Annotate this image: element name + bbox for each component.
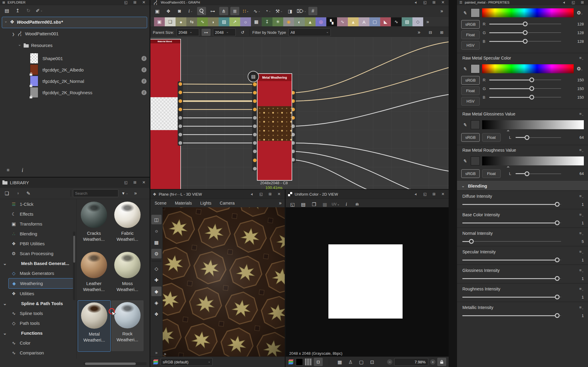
hsv-button[interactable]: HSV	[461, 97, 480, 106]
clean-button[interactable]: ✐	[35, 6, 44, 15]
float-panel-button[interactable]	[422, 0, 428, 5]
bitmap-node[interactable]: ▣	[154, 17, 165, 26]
new-package-button[interactable]: ◑	[13, 189, 22, 197]
maximize-panel-button[interactable]	[132, 0, 138, 5]
srgb-button[interactable]: sRGB	[461, 20, 480, 29]
wireframe-button[interactable]: ◇	[151, 264, 162, 273]
save-button[interactable]: ▤	[2, 6, 11, 15]
tfgcddyc_2K_Normal[interactable]: tfgcddyc_2K_Normal i	[30, 75, 147, 87]
fit-view-button[interactable]: ▣	[153, 7, 162, 15]
svg-node[interactable]: ❏	[165, 17, 176, 26]
toolbar-separator[interactable]	[151, 261, 162, 262]
screenshot-button[interactable]: ◙	[175, 7, 184, 15]
tfgcddyc_2K_Albedo[interactable]: tfgcddyc_2K_Albedo i	[30, 64, 147, 75]
export-button[interactable]: ↥	[13, 6, 22, 15]
pin-panel-button[interactable]	[249, 191, 255, 197]
green-slider[interactable]	[489, 30, 569, 35]
colorspace-layers-icon[interactable]	[153, 360, 159, 364]
shelf-item-leather[interactable]: Leather Weatheri...	[78, 250, 110, 301]
shelf-item-fabric[interactable]: Fabric Weatheri...	[111, 200, 144, 251]
hue-gradient-bar[interactable]	[482, 8, 574, 17]
float-button[interactable]: Float	[461, 31, 480, 39]
gray-swatch[interactable]	[471, 156, 480, 165]
snap-grid-button[interactable]: #	[308, 7, 317, 15]
intensity-slider[interactable]	[462, 220, 569, 226]
color-swatch[interactable]	[471, 64, 480, 73]
cracks-node[interactable]: ▨	[402, 17, 412, 26]
curve-node[interactable]: ∿	[197, 17, 208, 26]
float-panel-button[interactable]	[123, 180, 129, 185]
directional-blur-node[interactable]: ◗	[208, 17, 219, 26]
maximize-panel-button[interactable]	[267, 191, 273, 197]
actual-size-button[interactable]: ❖	[164, 7, 173, 15]
grayscale-gradient-bar[interactable]	[482, 156, 584, 165]
close-panel-button[interactable]	[141, 180, 147, 185]
float-panel-button[interactable]	[258, 191, 264, 197]
library-category[interactable]: ∿ Comparison	[0, 348, 76, 358]
background-color-swatch[interactable]	[296, 358, 303, 366]
gradient-node[interactable]: ↧	[262, 17, 272, 26]
levels-node[interactable]: ▚	[326, 17, 337, 26]
intensity-slider[interactable]	[462, 257, 569, 263]
float-button[interactable]: Float	[482, 169, 501, 178]
graph-canvas[interactable]: Material Blend	[150, 37, 449, 189]
histogram-node[interactable]: ▲	[305, 17, 316, 26]
geometry-button[interactable]: ◆	[151, 287, 162, 296]
srgb-button[interactable]: sRGB	[461, 76, 480, 85]
link-mode-button[interactable]: ⊶	[208, 7, 217, 15]
view3d-canvas[interactable]: »	[163, 207, 285, 357]
library-category[interactable]: ❖ Utilities	[0, 289, 76, 299]
zoom-out-button[interactable]: −	[387, 359, 392, 365]
resources-folder-row[interactable]: Resources	[18, 43, 53, 48]
shelf-item-metal[interactable]: Metal Weatheri...	[78, 300, 111, 352]
info-icon[interactable]: i	[141, 90, 147, 95]
height-node[interactable]: ▲	[348, 17, 359, 26]
parameter-menu-icon[interactable]: ≡	[579, 287, 584, 291]
filter-node-type-select[interactable]: All	[288, 28, 331, 36]
shelf-scrollbar[interactable]	[84, 362, 147, 365]
uv-display-button[interactable]: ◈	[151, 298, 162, 307]
float-button[interactable]: Float	[461, 86, 480, 95]
display-rgb-button[interactable]: ◘	[314, 358, 323, 366]
expose-button[interactable]: ⋔	[219, 7, 228, 15]
parameter-menu-icon[interactable]: ≡	[579, 231, 584, 236]
menu-item[interactable]: Lights	[196, 201, 216, 205]
selection-node[interactable]: ▢	[369, 17, 380, 26]
float-button[interactable]: Float	[482, 133, 501, 142]
refresh-button[interactable]: ↻	[24, 6, 33, 15]
sphere-node[interactable]: ◐	[294, 17, 305, 26]
menu-item[interactable]: Materials	[171, 201, 196, 205]
edit-button[interactable]: ✎	[24, 189, 33, 197]
chevron-right-icon[interactable]	[12, 31, 15, 36]
new-folder-button[interactable]: ❏	[2, 189, 11, 197]
shape-node[interactable]: ○	[240, 17, 251, 26]
hue-gradient-bar[interactable]	[482, 64, 574, 73]
srgb-button[interactable]: sRGB	[461, 133, 480, 142]
library-category[interactable]: ❖ PBR Utilities	[0, 239, 76, 249]
canvas-overflow-icon[interactable]: »	[164, 351, 166, 356]
intensity-slider[interactable]	[462, 276, 569, 281]
dock-option-button[interactable]: ⊞	[437, 28, 446, 36]
mannequin-button[interactable]: ♙	[346, 358, 355, 366]
light-button[interactable]: ☼	[151, 226, 162, 236]
menu-item[interactable]: Camera	[216, 201, 239, 205]
display-settings-button[interactable]: ⚙	[151, 249, 162, 258]
pattern-swatch[interactable]	[305, 358, 312, 366]
maximize-panel-button[interactable]	[132, 180, 138, 185]
intensity-slider[interactable]	[462, 313, 569, 318]
overflow-menu-icon[interactable]: »	[437, 7, 446, 15]
wire-style-button[interactable]: ∿	[252, 7, 261, 15]
pin-panel-button[interactable]	[561, 0, 568, 5]
red-slider[interactable]	[489, 21, 569, 27]
srgb-button[interactable]: sRGB	[461, 169, 480, 178]
fill-node[interactable]: ◣	[380, 17, 391, 26]
droplet-select-node[interactable]: ◇	[412, 17, 423, 26]
structure-view-icon[interactable]: ≡	[4, 166, 13, 174]
blur-node[interactable]: ●	[176, 17, 186, 26]
menu-item[interactable]: Scene	[150, 201, 171, 205]
lock-zoom-button[interactable]	[437, 358, 446, 366]
dock-option-button[interactable]: ⊟	[426, 28, 435, 36]
intensity-slider[interactable]	[462, 202, 569, 207]
library-category[interactable]: ∿ Color	[0, 338, 76, 348]
search-input[interactable]	[73, 189, 118, 197]
